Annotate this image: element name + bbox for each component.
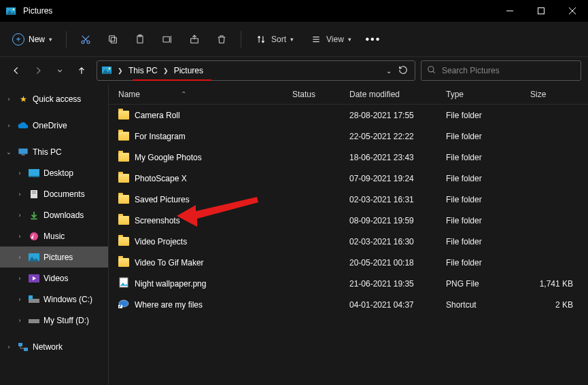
svg-rect-12 xyxy=(109,35,115,41)
up-button[interactable] xyxy=(72,61,91,80)
folder-icon xyxy=(118,258,129,267)
svg-rect-4 xyxy=(538,8,544,14)
chevron-right-icon[interactable]: › xyxy=(15,296,24,303)
chevron-right-icon[interactable]: › xyxy=(15,254,24,261)
column-status[interactable]: Status xyxy=(283,90,340,99)
sidebar-item-desktop[interactable]: › Desktop xyxy=(0,162,108,183)
trash-icon xyxy=(215,33,228,45)
chevron-down-icon[interactable]: ⌄ xyxy=(4,149,14,155)
search-box[interactable] xyxy=(421,60,581,81)
chevron-right-icon[interactable]: › xyxy=(15,233,24,240)
file-name: Night wallpaper.png xyxy=(135,279,206,289)
table-row[interactable]: Video Projects02-03-2021 16:30File folde… xyxy=(109,231,588,252)
sort-indicator-icon: ⌃ xyxy=(181,90,186,98)
crumb-pictures[interactable]: Pictures xyxy=(171,65,206,77)
content-pane: Name ⌃ Status Date modified Type Size Ca… xyxy=(109,84,588,385)
recent-locations-button[interactable] xyxy=(50,61,69,80)
table-row[interactable]: Saved Pictures02-03-2021 16:31File folde… xyxy=(109,189,588,210)
column-size[interactable]: Size xyxy=(521,90,588,99)
titlebar[interactable]: Pictures xyxy=(0,0,588,22)
sidebar-item-pictures[interactable]: › Pictures xyxy=(0,246,108,268)
address-bar[interactable]: ❯ This PC ❯ Pictures ⌄ xyxy=(97,60,415,81)
view-icon xyxy=(310,33,322,45)
new-button[interactable]: + New ▾ xyxy=(5,27,59,52)
paste-button[interactable] xyxy=(128,27,152,52)
refresh-button[interactable] xyxy=(398,65,408,77)
file-date: 07-09-2021 19:24 xyxy=(340,174,436,183)
sidebar-item-label: Downloads xyxy=(44,210,84,220)
view-button[interactable]: View ▾ xyxy=(303,27,358,52)
file-name: Saved Pictures xyxy=(135,195,190,204)
svg-point-24 xyxy=(428,66,434,71)
table-row[interactable]: Where are my files04-01-2021 04:37Shortc… xyxy=(109,294,588,315)
delete-button[interactable] xyxy=(209,27,234,52)
table-row[interactable]: Screenshots08-09-2021 19:59File folder xyxy=(109,210,588,231)
view-label: View xyxy=(326,35,344,44)
sidebar-item-drive-c[interactable]: › Windows (C:) xyxy=(0,289,108,310)
forward-button[interactable] xyxy=(29,61,48,80)
close-button[interactable] xyxy=(557,0,588,22)
share-button[interactable] xyxy=(182,27,207,52)
maximize-button[interactable] xyxy=(525,0,557,22)
file-name: Video To Gif Maker xyxy=(135,258,204,268)
svg-rect-39 xyxy=(29,295,33,299)
table-row[interactable]: Camera Roll28-08-2021 17:55File folder xyxy=(109,105,588,126)
chevron-right-icon[interactable]: › xyxy=(15,212,24,219)
column-date[interactable]: Date modified xyxy=(340,90,436,99)
chevron-down-icon: ▾ xyxy=(348,36,351,43)
chevron-right-icon[interactable]: ❯ xyxy=(162,67,170,74)
table-row[interactable]: Video To Gif Maker20-05-2021 00:18File f… xyxy=(109,252,588,273)
column-name[interactable]: Name ⌃ xyxy=(109,90,283,99)
address-dropdown[interactable]: ⌄ xyxy=(386,67,392,75)
search-icon xyxy=(427,65,436,77)
table-row[interactable]: PhotoScape X07-09-2021 19:24File folder xyxy=(109,168,588,189)
chevron-right-icon[interactable]: › xyxy=(15,317,24,324)
network-icon xyxy=(18,342,29,352)
new-label: New xyxy=(29,35,45,44)
back-button[interactable] xyxy=(7,61,26,80)
sidebar-network[interactable]: › Network xyxy=(0,336,108,357)
sidebar-item-downloads[interactable]: › Downloads xyxy=(0,204,108,225)
file-date: 21-06-2021 19:35 xyxy=(340,279,436,289)
rename-button[interactable] xyxy=(155,27,179,52)
sidebar-onedrive[interactable]: › OneDrive xyxy=(0,115,108,136)
sidebar-this-pc[interactable]: ⌄ This PC xyxy=(0,141,108,162)
table-row[interactable]: Night wallpaper.png21-06-2021 19:35PNG F… xyxy=(109,273,588,294)
crumb-this-pc[interactable]: This PC xyxy=(126,65,160,77)
table-row[interactable]: My Google Photos18-06-2021 23:43File fol… xyxy=(109,147,588,168)
sidebar-item-documents[interactable]: › Documents xyxy=(0,183,108,204)
location-icon xyxy=(101,65,112,77)
chevron-right-icon[interactable]: › xyxy=(4,344,14,350)
sort-button[interactable]: Sort ▾ xyxy=(248,27,300,52)
desktop-icon xyxy=(29,168,39,179)
file-type: File folder xyxy=(436,237,521,246)
sidebar-item-videos[interactable]: › Videos xyxy=(0,268,108,289)
sidebar-quick-access[interactable]: › ★ Quick access xyxy=(0,88,108,109)
svg-point-23 xyxy=(109,67,111,69)
scissors-icon xyxy=(80,33,92,45)
more-button[interactable]: ••• xyxy=(361,27,385,52)
chevron-right-icon[interactable]: › xyxy=(15,170,24,177)
chevron-right-icon[interactable]: › xyxy=(4,96,14,103)
table-row[interactable]: For Instagram22-05-2021 22:22File folder xyxy=(109,126,588,147)
chevron-right-icon[interactable]: › xyxy=(4,122,14,129)
toolbar: + New ▾ Sort ▾ View ▾ ••• xyxy=(0,22,588,57)
svg-rect-15 xyxy=(163,37,169,42)
search-input[interactable] xyxy=(442,66,575,75)
app-icon xyxy=(5,5,16,16)
copy-button[interactable] xyxy=(101,27,125,52)
chevron-right-icon[interactable]: ❯ xyxy=(116,67,124,74)
column-label: Name xyxy=(118,90,140,99)
chevron-right-icon[interactable]: › xyxy=(15,275,24,282)
column-type[interactable]: Type xyxy=(436,90,521,99)
sidebar-item-music[interactable]: › Music xyxy=(0,225,108,246)
sidebar-item-drive-d[interactable]: › My Stuff (D:) xyxy=(0,310,108,331)
chevron-right-icon[interactable]: › xyxy=(15,191,24,198)
file-name: Camera Roll xyxy=(135,111,180,120)
videos-icon xyxy=(29,273,39,284)
minimize-button[interactable] xyxy=(494,0,525,22)
sort-label: Sort xyxy=(271,35,286,44)
sidebar-label: Network xyxy=(33,342,63,352)
cut-button[interactable] xyxy=(73,27,98,52)
file-list[interactable]: Camera Roll28-08-2021 17:55File folderFo… xyxy=(109,105,588,385)
